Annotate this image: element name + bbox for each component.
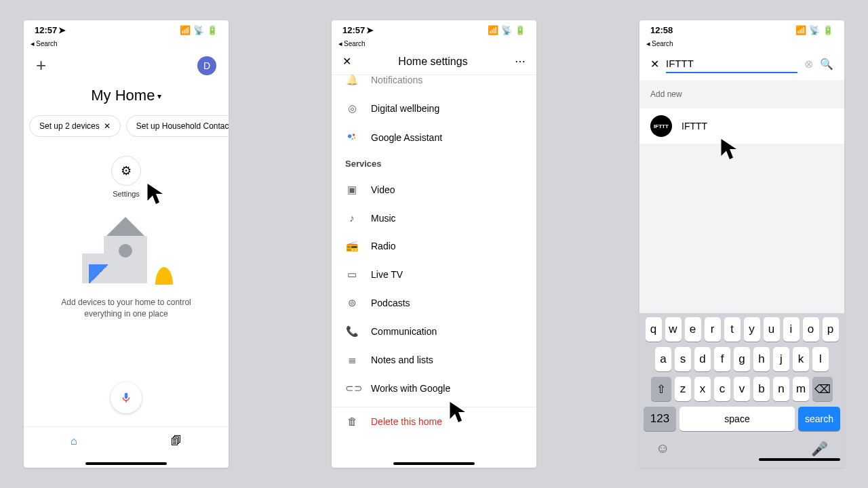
key-m[interactable]: m bbox=[793, 377, 809, 401]
tv-icon: ▭ bbox=[345, 268, 359, 281]
bell-icon: 🔔 bbox=[345, 74, 359, 86]
wellbeing-icon: ◎ bbox=[345, 102, 359, 115]
trash-icon: 🗑 bbox=[345, 415, 359, 427]
status-icons: 📶 📡 🔋 bbox=[180, 25, 218, 35]
key-l[interactable]: l bbox=[812, 347, 829, 371]
activity-tab-icon[interactable]: 🗐 bbox=[171, 435, 182, 447]
list-item-delete-home[interactable]: 🗑 Delete this home bbox=[332, 407, 536, 435]
key-e[interactable]: e bbox=[685, 317, 701, 342]
key-⇧[interactable]: ⇧ bbox=[651, 377, 671, 401]
search-input[interactable] bbox=[666, 55, 797, 73]
key-123[interactable]: 123 bbox=[644, 407, 676, 431]
key-k[interactable]: k bbox=[793, 347, 809, 371]
result-ifttt[interactable]: IFTTT IFTTT bbox=[639, 108, 844, 144]
phone-settings-screen: 12:57➤ 📶📡🔋 Search ✕ Home settings ⋯ 🔔 No… bbox=[332, 20, 536, 468]
avatar[interactable]: D bbox=[197, 56, 216, 75]
phone-icon: 📞 bbox=[345, 325, 359, 338]
add-button[interactable]: + bbox=[36, 55, 46, 76]
list-item-radio[interactable]: 📻Radio bbox=[332, 232, 536, 260]
key-c[interactable]: c bbox=[714, 377, 730, 401]
key-a[interactable]: a bbox=[655, 347, 671, 371]
list-item-wellbeing[interactable]: ◎ Digital wellbeing bbox=[332, 94, 536, 123]
home-tab-icon[interactable]: ⌂ bbox=[71, 435, 77, 447]
key-t[interactable]: t bbox=[724, 317, 741, 342]
key-w[interactable]: w bbox=[665, 317, 682, 342]
clear-icon[interactable]: ⊗ bbox=[804, 58, 813, 70]
phone-home-screen: 12:57➤ 📶 📡 🔋 Search + D My Home Set up 2… bbox=[24, 20, 229, 468]
list-item-communication[interactable]: 📞Communication bbox=[332, 317, 536, 346]
key-y[interactable]: y bbox=[744, 317, 760, 342]
key-v[interactable]: v bbox=[734, 377, 750, 401]
list-item-label: Delete this home bbox=[371, 416, 442, 427]
section-services: Services bbox=[332, 152, 536, 176]
list-item-label: Google Assistant bbox=[371, 132, 442, 143]
key-g[interactable]: g bbox=[734, 347, 750, 371]
list-icon: ≣ bbox=[345, 354, 359, 366]
mic-button[interactable] bbox=[111, 382, 142, 413]
list-item-video[interactable]: ▣Video bbox=[332, 176, 536, 204]
mic-icon bbox=[120, 392, 132, 404]
keyboard: qwertyuiop asdfghjkl ⇧zxcvbnm⌫ 123 space… bbox=[639, 313, 844, 468]
home-indicator bbox=[759, 458, 840, 461]
chip-household-contacts[interactable]: Set up Household Contacts bbox=[126, 115, 229, 137]
key-o[interactable]: o bbox=[803, 317, 819, 342]
clock: 12:57 bbox=[35, 25, 57, 35]
key-n[interactable]: n bbox=[773, 377, 789, 401]
dictation-key[interactable]: 🎤 bbox=[811, 441, 828, 457]
list-item-label: Works with Google bbox=[371, 383, 450, 394]
key-p[interactable]: p bbox=[823, 317, 839, 342]
gear-icon: ⚙ bbox=[121, 163, 132, 178]
key-j[interactable]: j bbox=[773, 347, 789, 371]
list-item-music[interactable]: ♪Music bbox=[332, 204, 536, 232]
svg-point-3 bbox=[352, 138, 353, 140]
key-f[interactable]: f bbox=[714, 347, 730, 371]
list-item-notes[interactable]: ≣Notes and lists bbox=[332, 346, 536, 374]
clock: 12:58 bbox=[650, 25, 673, 35]
key-x[interactable]: x bbox=[694, 377, 711, 401]
wifi-icon: 📡 bbox=[501, 25, 512, 35]
key-space[interactable]: space bbox=[679, 407, 795, 431]
svg-point-2 bbox=[354, 137, 356, 139]
illustration-house bbox=[82, 217, 170, 285]
ifttt-icon: IFTTT bbox=[650, 115, 672, 137]
chip-setup-devices[interactable]: Set up 2 devices ✕ bbox=[29, 115, 121, 137]
key-d[interactable]: d bbox=[694, 347, 711, 371]
settings-button[interactable]: ⚙ bbox=[111, 156, 141, 186]
key-z[interactable]: z bbox=[675, 377, 691, 401]
emoji-key[interactable]: ☺ bbox=[656, 441, 669, 457]
key-h[interactable]: h bbox=[753, 347, 770, 371]
signal-icon: 📶 bbox=[180, 25, 191, 35]
wifi-icon: 📡 bbox=[193, 25, 204, 35]
home-title[interactable]: My Home bbox=[24, 87, 229, 104]
section-add-new: Add new bbox=[639, 80, 844, 108]
key-u[interactable]: u bbox=[764, 317, 780, 342]
list-item-works-with-google[interactable]: ⊂⊃Works with Google bbox=[332, 374, 536, 403]
list-item-podcasts[interactable]: ⊚Podcasts bbox=[332, 289, 536, 317]
key-s[interactable]: s bbox=[675, 347, 691, 371]
list-item-livetv[interactable]: ▭Live TV bbox=[332, 260, 536, 289]
key-q[interactable]: q bbox=[646, 317, 662, 342]
key-b[interactable]: b bbox=[753, 377, 770, 401]
statusbar: 12:57➤ 📶📡🔋 bbox=[332, 20, 536, 39]
key-r[interactable]: r bbox=[705, 317, 721, 342]
back-to-search[interactable]: Search bbox=[24, 39, 229, 48]
statusbar: 12:58 📶📡🔋 bbox=[639, 20, 844, 39]
back-to-search[interactable]: Search bbox=[639, 39, 844, 48]
list-item-label: Live TV bbox=[371, 269, 403, 280]
back-to-search[interactable]: Search bbox=[332, 39, 536, 48]
key-⌫[interactable]: ⌫ bbox=[812, 377, 833, 401]
list-item-label: Music bbox=[371, 213, 396, 224]
bottom-nav: ⌂ 🗐 bbox=[24, 426, 229, 455]
signal-icon: 📶 bbox=[795, 25, 806, 35]
music-icon: ♪ bbox=[345, 212, 359, 224]
close-icon[interactable]: ✕ bbox=[650, 58, 659, 70]
list-item-assistant[interactable]: Google Assistant bbox=[332, 123, 536, 152]
key-search[interactable]: search bbox=[798, 407, 840, 431]
close-icon[interactable]: ✕ bbox=[104, 121, 111, 131]
location-icon: ➤ bbox=[58, 25, 66, 35]
key-i[interactable]: i bbox=[783, 317, 800, 342]
link-icon: ⊂⊃ bbox=[345, 382, 359, 394]
search-icon[interactable]: 🔍 bbox=[820, 58, 833, 70]
phone-search-screen: 12:58 📶📡🔋 Search ✕ ⊗ 🔍 Add new IFTTT IFT… bbox=[639, 20, 844, 468]
list-item-notifications[interactable]: 🔔 Notifications bbox=[332, 66, 536, 94]
